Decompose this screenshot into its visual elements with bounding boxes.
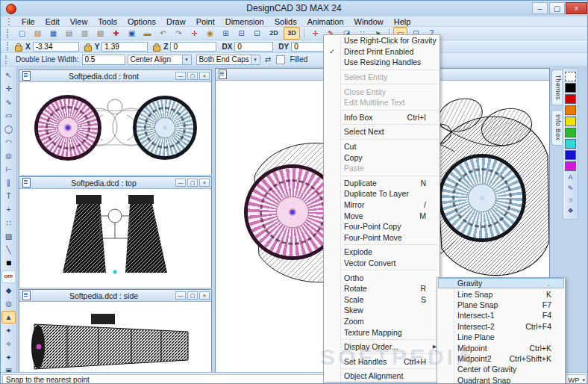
undo-icon[interactable]: ↶ [156, 27, 170, 40]
menu-item-object-alignment[interactable]: Object Alignment [324, 371, 440, 382]
pin-icon[interactable]: ✚ [109, 27, 123, 40]
view-style-icon[interactable]: ❖ [565, 206, 576, 216]
menu-item-line-plane[interactable]: Line Plane [437, 332, 565, 342]
menu-draw[interactable]: Draw [161, 16, 191, 27]
line-snap-icon[interactable]: ✛ [308, 27, 322, 40]
menu-options[interactable]: Options [122, 16, 161, 27]
menu-item-midpoint[interactable]: MidpointCtrl+K [437, 342, 565, 353]
view-window-icon[interactable]: ⊡ [250, 27, 264, 40]
minimize-button[interactable]: – [532, 2, 548, 14]
menu-item-select-next[interactable]: Select Next [324, 126, 440, 137]
minimize-icon[interactable]: — [175, 72, 186, 80]
minimize-icon[interactable]: — [175, 291, 186, 300]
tab-info-box[interactable]: Info Box [551, 110, 562, 146]
mode-3d-button[interactable]: 3D [284, 27, 300, 40]
front-window-titlebar[interactable]: Softpedia.dcd : front — ▢ × [19, 70, 211, 82]
line-icon[interactable]: ╲ [1, 244, 16, 256]
close-icon[interactable]: × [199, 72, 210, 80]
material-icon[interactable]: ◆ [1, 284, 16, 297]
menu-dimension[interactable]: Dimension [220, 16, 269, 27]
menu-item-snap[interactable]: Snap...▶ [325, 382, 439, 384]
cascade-windows-icon[interactable]: ⊟ [234, 27, 248, 40]
coord-x-input[interactable] [33, 42, 79, 52]
menu-item-cut[interactable]: Cut [324, 141, 440, 152]
coord-z-input[interactable] [170, 42, 216, 52]
color-swatch-7[interactable] [565, 161, 576, 171]
text-style-icon[interactable]: A [565, 173, 576, 182]
menu-item-vector-convert[interactable]: Vector Convert [324, 258, 440, 269]
maximize-icon[interactable]: ▢ [187, 179, 198, 187]
tab-themes[interactable]: Themes [551, 69, 562, 105]
pen-style-icon[interactable]: ✎ [565, 184, 576, 193]
menu-item-quadrant-snap[interactable]: Quadrant Snap [437, 375, 565, 384]
coord-y-input[interactable] [101, 42, 148, 52]
menu-item-four-point-move[interactable]: Four-Point Move [324, 232, 440, 244]
menu-item-use-resizing-handles[interactable]: Use Resizing Handles [324, 57, 440, 68]
menu-item-intersect-2[interactable]: Intersect-2Ctrl+F4 [437, 321, 565, 332]
menu-help[interactable]: Help [389, 16, 416, 27]
arc-icon[interactable]: ◠ [1, 136, 16, 149]
menu-item-line-snap[interactable]: Line SnapK [437, 288, 565, 299]
text-icon[interactable]: T [1, 190, 16, 202]
side-view-canvas[interactable] [19, 302, 211, 372]
color-swatch-0[interactable] [565, 83, 576, 93]
menu-item-duplicate[interactable]: DuplicateN [324, 178, 440, 189]
color-swatch[interactable]: ■ [1, 257, 16, 270]
filled-checkbox[interactable] [276, 55, 285, 64]
trim-icon[interactable]: ⇄ [263, 55, 274, 65]
align-select[interactable]: Center Align ▾ [128, 55, 192, 65]
zoom-tool-icon[interactable]: ◎ [1, 297, 16, 310]
color-swatch-3[interactable] [565, 117, 576, 126]
save-icon[interactable]: ▦ [46, 27, 60, 40]
menu-item-direct-print-enabled[interactable]: ✓Direct Print Enabled [324, 46, 440, 58]
select-icon[interactable]: ↖ [1, 69, 16, 81]
front-view-canvas[interactable] [19, 82, 211, 175]
menu-item-move[interactable]: MoveM [324, 210, 440, 221]
hatch-icon[interactable]: ▨ [1, 230, 16, 243]
double-line-width-input[interactable] [82, 55, 125, 65]
menu-item-rotate[interactable]: RotateR [324, 283, 440, 294]
render-style-icon[interactable]: ☼ [565, 195, 576, 205]
menu-item-mirror[interactable]: Mirror/ [324, 199, 440, 211]
toggle-off-icon[interactable]: OFF [1, 270, 16, 283]
print-icon[interactable]: ▤ [62, 27, 76, 40]
top-window-titlebar[interactable]: Softpedia.dcd : top — ▢ × [19, 177, 211, 189]
menu-item-four-point-copy[interactable]: Four-Point Copy [324, 221, 440, 232]
coord-dx-input[interactable] [234, 42, 273, 52]
menu-item-copy[interactable]: Copy [324, 152, 440, 163]
menu-item-texture-mapping[interactable]: Texture Mapping [324, 326, 440, 338]
color-swatch-6[interactable] [565, 150, 576, 160]
menu-window[interactable]: Window [349, 16, 389, 27]
paste-icon[interactable]: ▬ [140, 27, 154, 40]
menu-item-display-order[interactable]: Display Order...▶ [324, 341, 440, 353]
render-icon[interactable]: ▲ [1, 311, 16, 323]
close-icon[interactable]: × [199, 291, 210, 300]
menu-point[interactable]: Point [191, 16, 220, 27]
color-swatch-1[interactable] [565, 94, 576, 104]
point-icon[interactable]: + [1, 203, 16, 216]
color-swatch-2[interactable] [565, 105, 576, 115]
print-setup-icon[interactable]: ▧ [93, 27, 107, 40]
side-window-titlebar[interactable]: Softpedia.dcd : side — ▢ × [19, 290, 211, 302]
menu-edit[interactable]: Edit [40, 16, 65, 27]
light-2-icon[interactable]: ✧ [1, 338, 16, 350]
menu-solids[interactable]: Solids [269, 16, 302, 27]
minimize-icon[interactable]: — [175, 179, 186, 187]
menu-item-gravity[interactable]: Gravity. [438, 278, 564, 288]
menu-item-center-of-gravity[interactable]: Center of Gravity [437, 364, 565, 374]
maximize-icon[interactable]: ▢ [187, 72, 198, 80]
lock-y-icon[interactable] [84, 42, 93, 52]
lock-z-icon[interactable] [152, 42, 161, 52]
dimension-icon[interactable]: ⊢ [1, 163, 16, 176]
menu-item-duplicate-to-layer[interactable]: Duplicate To Layer [324, 188, 440, 199]
custom-color-swatch[interactable] [565, 72, 576, 81]
end-caps-select[interactable]: Both End Caps ▾ [196, 55, 260, 65]
mode-2d-button[interactable]: 2D [266, 27, 282, 40]
curve-icon[interactable]: ∿ [1, 96, 16, 108]
gravity-icon[interactable]: ✛ [1, 82, 16, 95]
tile-windows-icon[interactable]: ⊞ [219, 27, 233, 40]
gravity-move-icon[interactable]: ✛ [187, 27, 201, 40]
copy-icon[interactable]: ▣ [125, 27, 139, 40]
color-swatch-4[interactable] [565, 128, 576, 137]
menu-item-use-right-click-for-gravity[interactable]: Use Right-Click for Gravity [324, 35, 440, 46]
